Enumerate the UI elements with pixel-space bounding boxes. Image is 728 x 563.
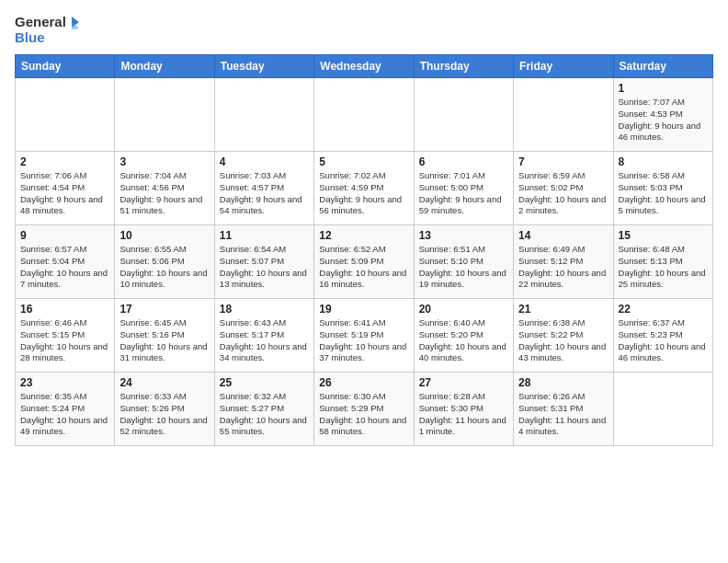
- calendar-cell: 11Sunrise: 6:54 AM Sunset: 5:07 PM Dayli…: [214, 225, 313, 299]
- calendar-cell: 15Sunrise: 6:48 AM Sunset: 5:13 PM Dayli…: [613, 225, 712, 299]
- weekday-header-thursday: Thursday: [414, 55, 513, 78]
- day-info: Sunrise: 6:52 AM Sunset: 5:09 PM Dayligh…: [319, 244, 408, 291]
- day-number: 15: [619, 229, 708, 242]
- calendar-cell: 23Sunrise: 6:35 AM Sunset: 5:24 PM Dayli…: [16, 373, 115, 446]
- day-number: 21: [518, 303, 608, 316]
- calendar-cell: 4Sunrise: 7:03 AM Sunset: 4:57 PM Daylig…: [214, 152, 313, 225]
- day-number: 26: [319, 376, 408, 389]
- calendar-cell: [613, 373, 712, 446]
- weekday-header-saturday: Saturday: [613, 55, 712, 78]
- day-number: 25: [220, 376, 309, 389]
- day-number: 6: [419, 155, 508, 168]
- day-info: Sunrise: 6:51 AM Sunset: 5:10 PM Dayligh…: [419, 244, 508, 291]
- day-number: 28: [518, 376, 608, 389]
- day-number: 10: [119, 229, 209, 242]
- day-number: 9: [20, 229, 109, 242]
- calendar-cell: 8Sunrise: 6:58 AM Sunset: 5:03 PM Daylig…: [613, 152, 712, 225]
- day-number: 18: [220, 303, 309, 316]
- calendar-week-1: 2Sunrise: 7:06 AM Sunset: 4:54 PM Daylig…: [16, 152, 713, 225]
- logo-general-text: General: [15, 15, 66, 30]
- calendar-cell: [314, 78, 414, 152]
- day-number: 19: [319, 303, 408, 316]
- day-number: 23: [20, 376, 109, 389]
- weekday-header-monday: Monday: [115, 55, 214, 78]
- logo: General Blue: [15, 15, 83, 45]
- calendar-cell: 13Sunrise: 6:51 AM Sunset: 5:10 PM Dayli…: [414, 225, 513, 299]
- day-number: 4: [220, 155, 309, 168]
- day-number: 12: [319, 229, 408, 242]
- day-number: 8: [619, 155, 708, 168]
- day-number: 3: [119, 155, 209, 168]
- calendar-cell: 12Sunrise: 6:52 AM Sunset: 5:09 PM Dayli…: [314, 225, 414, 299]
- day-info: Sunrise: 6:58 AM Sunset: 5:03 PM Dayligh…: [619, 170, 708, 217]
- weekday-header-tuesday: Tuesday: [214, 55, 313, 78]
- logo-blue-text: Blue: [15, 30, 45, 46]
- day-info: Sunrise: 6:45 AM Sunset: 5:16 PM Dayligh…: [119, 317, 209, 364]
- calendar-cell: 24Sunrise: 6:33 AM Sunset: 5:26 PM Dayli…: [115, 373, 214, 446]
- day-info: Sunrise: 6:32 AM Sunset: 5:27 PM Dayligh…: [220, 391, 309, 438]
- logo-arrow-icon: [68, 15, 83, 29]
- calendar-cell: 17Sunrise: 6:45 AM Sunset: 5:16 PM Dayli…: [115, 299, 214, 373]
- day-info: Sunrise: 6:48 AM Sunset: 5:13 PM Dayligh…: [619, 244, 708, 291]
- day-info: Sunrise: 6:38 AM Sunset: 5:22 PM Dayligh…: [518, 317, 608, 364]
- day-number: 16: [20, 303, 109, 316]
- day-number: 17: [119, 303, 209, 316]
- calendar-cell: 9Sunrise: 6:57 AM Sunset: 5:04 PM Daylig…: [16, 225, 115, 299]
- day-number: 14: [518, 229, 608, 242]
- calendar-cell: [16, 78, 115, 152]
- day-info: Sunrise: 6:49 AM Sunset: 5:12 PM Dayligh…: [518, 244, 608, 291]
- calendar-table: SundayMondayTuesdayWednesdayThursdayFrid…: [15, 54, 713, 446]
- calendar-cell: [514, 78, 613, 152]
- weekday-header-sunday: Sunday: [16, 55, 115, 78]
- day-info: Sunrise: 7:01 AM Sunset: 5:00 PM Dayligh…: [419, 170, 508, 217]
- day-info: Sunrise: 6:54 AM Sunset: 5:07 PM Dayligh…: [220, 244, 309, 291]
- day-info: Sunrise: 6:59 AM Sunset: 5:02 PM Dayligh…: [518, 170, 608, 217]
- day-info: Sunrise: 6:28 AM Sunset: 5:30 PM Dayligh…: [419, 391, 508, 438]
- day-info: Sunrise: 6:35 AM Sunset: 5:24 PM Dayligh…: [20, 391, 109, 438]
- calendar-week-2: 9Sunrise: 6:57 AM Sunset: 5:04 PM Daylig…: [16, 225, 713, 299]
- weekday-header-friday: Friday: [514, 55, 613, 78]
- calendar-cell: 10Sunrise: 6:55 AM Sunset: 5:06 PM Dayli…: [115, 225, 214, 299]
- calendar-cell: 21Sunrise: 6:38 AM Sunset: 5:22 PM Dayli…: [514, 299, 613, 373]
- day-info: Sunrise: 7:06 AM Sunset: 4:54 PM Dayligh…: [20, 170, 109, 217]
- day-number: 5: [319, 155, 408, 168]
- calendar-cell: 5Sunrise: 7:02 AM Sunset: 4:59 PM Daylig…: [314, 152, 414, 225]
- day-number: 1: [619, 82, 708, 95]
- calendar-cell: 28Sunrise: 6:26 AM Sunset: 5:31 PM Dayli…: [514, 373, 613, 446]
- calendar-cell: 27Sunrise: 6:28 AM Sunset: 5:30 PM Dayli…: [414, 373, 513, 446]
- day-number: 22: [619, 303, 708, 316]
- calendar-cell: 7Sunrise: 6:59 AM Sunset: 5:02 PM Daylig…: [514, 152, 613, 225]
- weekday-header-row: SundayMondayTuesdayWednesdayThursdayFrid…: [16, 55, 713, 78]
- calendar-cell: 22Sunrise: 6:37 AM Sunset: 5:23 PM Dayli…: [613, 299, 712, 373]
- day-number: 24: [119, 376, 209, 389]
- day-info: Sunrise: 7:03 AM Sunset: 4:57 PM Dayligh…: [220, 170, 309, 217]
- weekday-header-wednesday: Wednesday: [314, 55, 414, 78]
- calendar-cell: [115, 78, 214, 152]
- day-number: 7: [518, 155, 608, 168]
- calendar-cell: 6Sunrise: 7:01 AM Sunset: 5:00 PM Daylig…: [414, 152, 513, 225]
- calendar-cell: [214, 78, 313, 152]
- calendar-cell: [414, 78, 513, 152]
- day-number: 20: [419, 303, 508, 316]
- day-info: Sunrise: 6:40 AM Sunset: 5:20 PM Dayligh…: [419, 317, 508, 364]
- calendar-cell: 3Sunrise: 7:04 AM Sunset: 4:56 PM Daylig…: [115, 152, 214, 225]
- day-number: 27: [419, 376, 508, 389]
- day-info: Sunrise: 6:30 AM Sunset: 5:29 PM Dayligh…: [319, 391, 408, 438]
- calendar-cell: 14Sunrise: 6:49 AM Sunset: 5:12 PM Dayli…: [514, 225, 613, 299]
- calendar-cell: 1Sunrise: 7:07 AM Sunset: 4:53 PM Daylig…: [613, 78, 712, 152]
- calendar-cell: 26Sunrise: 6:30 AM Sunset: 5:29 PM Dayli…: [314, 373, 414, 446]
- day-number: 13: [419, 229, 508, 242]
- day-info: Sunrise: 6:57 AM Sunset: 5:04 PM Dayligh…: [20, 244, 109, 291]
- calendar-week-3: 16Sunrise: 6:46 AM Sunset: 5:15 PM Dayli…: [16, 299, 713, 373]
- day-info: Sunrise: 6:43 AM Sunset: 5:17 PM Dayligh…: [220, 317, 309, 364]
- day-number: 2: [20, 155, 109, 168]
- day-info: Sunrise: 6:33 AM Sunset: 5:26 PM Dayligh…: [119, 391, 209, 438]
- header: General Blue: [15, 15, 713, 45]
- calendar-body: 1Sunrise: 7:07 AM Sunset: 4:53 PM Daylig…: [16, 78, 713, 446]
- day-info: Sunrise: 7:07 AM Sunset: 4:53 PM Dayligh…: [619, 97, 708, 144]
- day-info: Sunrise: 6:46 AM Sunset: 5:15 PM Dayligh…: [20, 317, 109, 364]
- day-info: Sunrise: 6:37 AM Sunset: 5:23 PM Dayligh…: [619, 317, 708, 364]
- day-info: Sunrise: 6:41 AM Sunset: 5:19 PM Dayligh…: [319, 317, 408, 364]
- day-number: 11: [220, 229, 309, 242]
- day-info: Sunrise: 6:55 AM Sunset: 5:06 PM Dayligh…: [119, 244, 209, 291]
